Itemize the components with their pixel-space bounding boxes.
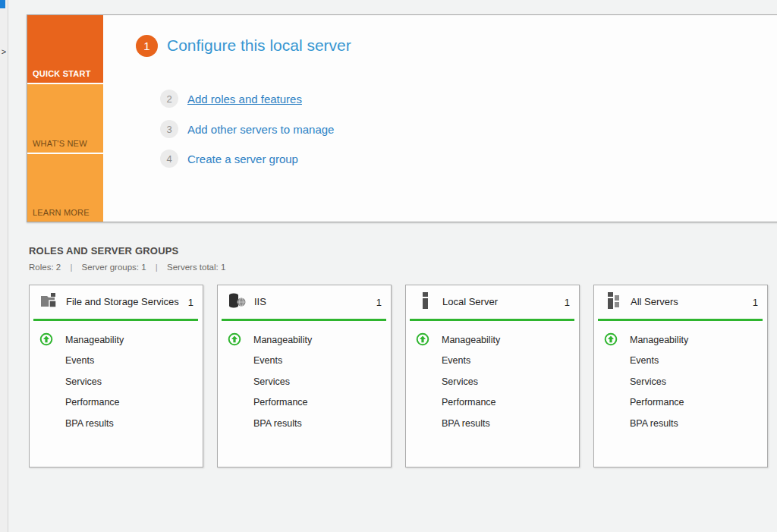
row-label: Performance bbox=[65, 397, 120, 408]
tile-title: Local Server bbox=[439, 296, 560, 308]
row-label: Services bbox=[253, 376, 290, 387]
row-events[interactable]: Events bbox=[406, 351, 579, 372]
tile-all-servers: All Servers 1 Manageability Events Servi… bbox=[593, 285, 768, 467]
tile-server-count: 1 bbox=[560, 297, 570, 308]
summary-separator: | bbox=[70, 263, 72, 272]
row-events[interactable]: Events bbox=[218, 351, 391, 372]
tile-server-count: 1 bbox=[748, 297, 758, 308]
file-and-storage-services-icon bbox=[39, 291, 63, 313]
welcome-tab-rail: QUICK START WHAT'S NEW LEARN MORE bbox=[27, 15, 103, 222]
tab-quick-start[interactable]: QUICK START bbox=[27, 15, 103, 83]
row-services[interactable]: Services bbox=[218, 371, 391, 392]
tile-server-count: 1 bbox=[372, 297, 382, 308]
row-services[interactable]: Services bbox=[30, 371, 203, 392]
tile-all-servers-header[interactable]: All Servers 1 bbox=[594, 285, 767, 319]
step-1-badge: 1 bbox=[136, 35, 158, 57]
servers-total-count: Servers total: 1 bbox=[167, 263, 225, 272]
row-manageability[interactable]: Manageability bbox=[30, 329, 203, 351]
row-label: BPA results bbox=[442, 418, 490, 429]
manageability-up-arrow-icon bbox=[416, 332, 429, 346]
server-manager-dashboard: > QUICK START WHAT'S NEW LEARN MORE 1 Co… bbox=[0, 0, 777, 532]
tile-file-and-storage-services: File and Storage Services 1 Manageabilit… bbox=[29, 285, 203, 467]
row-services[interactable]: Services bbox=[594, 371, 767, 392]
collapsed-nav-pane bbox=[0, 0, 8, 532]
row-label: Services bbox=[630, 376, 666, 387]
row-performance[interactable]: Performance bbox=[30, 392, 203, 414]
tile-title: IIS bbox=[251, 296, 372, 308]
tile-rows: Manageability Events Services Performanc… bbox=[406, 321, 579, 434]
manageability-up-arrow-icon bbox=[604, 332, 618, 346]
tile-server-count: 1 bbox=[184, 297, 193, 308]
tile-title: All Servers bbox=[628, 296, 748, 308]
tab-learn-more-label: LEARN MORE bbox=[33, 208, 90, 217]
row-label: Events bbox=[65, 355, 94, 366]
tile-local-server: Local Server 1 Manageability Events Serv… bbox=[405, 285, 580, 467]
roles-count: Roles: 2 bbox=[29, 263, 61, 272]
row-events[interactable]: Events bbox=[30, 351, 203, 372]
row-label: Events bbox=[253, 355, 282, 366]
window-accent-corner bbox=[0, 0, 5, 8]
tab-whats-new-label: WHAT'S NEW bbox=[33, 139, 87, 148]
configure-local-server-link[interactable]: Configure this local server bbox=[167, 36, 351, 55]
tile-file-and-storage-services-header[interactable]: File and Storage Services 1 bbox=[30, 285, 203, 319]
welcome-tile: QUICK START WHAT'S NEW LEARN MORE 1 Conf… bbox=[27, 14, 777, 222]
manageability-up-arrow-icon bbox=[39, 332, 53, 346]
iis-icon bbox=[227, 291, 251, 313]
server-groups-count: Server groups: 1 bbox=[82, 263, 146, 272]
tile-rows: Manageability Events Services Performanc… bbox=[30, 321, 203, 434]
row-label: Performance bbox=[442, 397, 496, 408]
add-roles-and-features-link[interactable]: Add roles and features bbox=[187, 93, 302, 105]
tile-rows: Manageability Events Services Performanc… bbox=[218, 321, 391, 434]
row-bpa-results[interactable]: BPA results bbox=[594, 413, 767, 434]
summary-separator: | bbox=[156, 263, 158, 272]
tile-title: File and Storage Services bbox=[63, 296, 184, 308]
tile-local-server-header[interactable]: Local Server 1 bbox=[406, 285, 579, 319]
row-performance[interactable]: Performance bbox=[594, 392, 767, 414]
create-server-group-link[interactable]: Create a server group bbox=[187, 153, 298, 165]
tile-iis: IIS 1 Manageability Events Services Perf… bbox=[217, 285, 392, 467]
row-label: Manageability bbox=[65, 335, 124, 345]
tab-whats-new[interactable]: WHAT'S NEW bbox=[27, 84, 103, 152]
row-events[interactable]: Events bbox=[594, 351, 767, 372]
row-services[interactable]: Services bbox=[406, 371, 579, 392]
row-label: Manageability bbox=[253, 335, 312, 345]
all-servers-icon bbox=[603, 291, 628, 313]
row-label: Performance bbox=[253, 397, 308, 408]
row-label: BPA results bbox=[630, 418, 678, 429]
row-performance[interactable]: Performance bbox=[218, 392, 391, 414]
row-label: BPA results bbox=[65, 418, 114, 429]
expand-pane-chevron-icon[interactable]: > bbox=[0, 47, 8, 56]
roles-summary: Roles: 2 | Server groups: 1 | Servers to… bbox=[29, 263, 225, 272]
row-label: Services bbox=[442, 376, 478, 387]
tab-learn-more[interactable]: LEARN MORE bbox=[27, 154, 103, 222]
tile-iis-header[interactable]: IIS 1 bbox=[218, 285, 391, 319]
row-bpa-results[interactable]: BPA results bbox=[30, 413, 203, 434]
row-manageability[interactable]: Manageability bbox=[218, 329, 391, 351]
row-label: Manageability bbox=[442, 335, 500, 345]
row-manageability[interactable]: Manageability bbox=[406, 329, 579, 351]
row-manageability[interactable]: Manageability bbox=[594, 329, 767, 351]
tab-quick-start-label: QUICK START bbox=[33, 69, 91, 78]
row-label: Events bbox=[442, 355, 470, 366]
row-performance[interactable]: Performance bbox=[406, 392, 579, 414]
step-3-badge: 3 bbox=[160, 120, 178, 138]
row-label: Performance bbox=[630, 397, 684, 408]
manageability-up-arrow-icon bbox=[228, 332, 241, 346]
step-4-badge: 4 bbox=[160, 150, 178, 168]
row-label: BPA results bbox=[253, 418, 302, 429]
local-server-icon bbox=[415, 291, 439, 313]
row-label: Events bbox=[630, 355, 659, 366]
row-bpa-results[interactable]: BPA results bbox=[406, 413, 579, 434]
row-label: Manageability bbox=[630, 335, 688, 345]
roles-section-title: ROLES AND SERVER GROUPS bbox=[29, 245, 178, 257]
row-label: Services bbox=[65, 376, 102, 387]
step-2-badge: 2 bbox=[160, 90, 178, 108]
row-bpa-results[interactable]: BPA results bbox=[218, 413, 391, 434]
tile-rows: Manageability Events Services Performanc… bbox=[594, 321, 767, 434]
add-other-servers-link[interactable]: Add other servers to manage bbox=[187, 123, 334, 136]
